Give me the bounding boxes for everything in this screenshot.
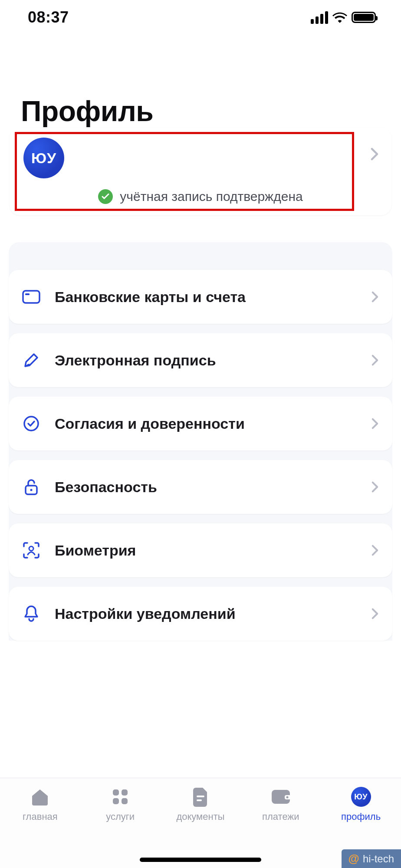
wifi-icon [332, 12, 347, 23]
list-item-security[interactable]: Безопасность [9, 460, 392, 514]
list-item-notifications[interactable]: Настройки уведомлений [9, 587, 392, 641]
chevron-right-icon [371, 355, 378, 366]
chevron-right-icon [371, 545, 378, 556]
card-icon [21, 286, 42, 307]
list-label: Электронная подпись [55, 352, 358, 369]
svg-rect-11 [197, 799, 202, 801]
svg-rect-6 [113, 789, 119, 796]
status-indicators [311, 11, 376, 24]
profile-card[interactable]: ЮУ учётная запись подтверждена [10, 128, 391, 215]
chevron-right-icon [371, 148, 378, 161]
avatar: ЮУ [23, 138, 64, 178]
document-icon [190, 786, 211, 808]
list-label: Настройки уведомлений [55, 605, 358, 622]
face-id-icon [21, 540, 42, 561]
list-item-esign[interactable]: Электронная подпись [9, 333, 392, 387]
svg-rect-0 [23, 291, 39, 303]
bell-icon [21, 603, 42, 624]
home-icon [29, 786, 51, 808]
watermark: @ hi-tech [342, 849, 401, 868]
nav-label: платежи [262, 811, 299, 822]
svg-rect-7 [122, 789, 128, 796]
svg-point-14 [286, 796, 288, 799]
list-item-consents[interactable]: Согласия и доверенности [9, 397, 392, 450]
watermark-at: @ [348, 852, 359, 865]
svg-rect-1 [25, 293, 30, 295]
svg-rect-9 [122, 798, 128, 804]
list-item-biometry[interactable]: Биометрия [9, 523, 392, 577]
page-title: Профиль [21, 95, 392, 128]
chevron-right-icon [371, 291, 378, 302]
check-badge-icon [98, 189, 113, 204]
settings-list: Банковские карты и счета Электронная под… [9, 270, 392, 641]
nav-documents[interactable]: документы [168, 786, 233, 822]
nav-payments[interactable]: платежи [248, 786, 313, 822]
nav-label: услуги [106, 811, 135, 822]
lock-icon [21, 477, 42, 497]
verified-label: учётная запись подтверждена [120, 189, 302, 204]
nav-home[interactable]: главная [7, 786, 72, 822]
bottom-nav: главная услуги документы платежи ЮУ проф… [0, 778, 401, 868]
list-item-cards[interactable]: Банковские карты и счета [9, 270, 392, 324]
svg-rect-8 [113, 798, 119, 804]
watermark-text: hi-tech [363, 853, 394, 865]
pen-icon [21, 350, 42, 371]
wallet-icon [270, 786, 292, 808]
list-label: Безопасность [55, 479, 358, 496]
battery-icon [352, 12, 376, 23]
avatar-icon: ЮУ [350, 786, 372, 808]
verified-status: учётная запись подтверждена [21, 189, 380, 204]
nav-profile[interactable]: ЮУ профиль [329, 786, 394, 822]
nav-services[interactable]: услуги [88, 786, 153, 822]
nav-label: профиль [341, 811, 381, 822]
list-label: Биометрия [55, 542, 358, 559]
check-circle-icon [21, 413, 42, 434]
svg-point-4 [30, 489, 33, 491]
chevron-right-icon [371, 608, 378, 619]
list-label: Согласия и доверенности [55, 415, 358, 432]
nav-label: документы [176, 811, 224, 822]
nav-label: главная [23, 811, 58, 822]
home-indicator [140, 858, 261, 862]
status-time: 08:37 [28, 8, 69, 26]
cellular-signal-icon [311, 11, 328, 24]
chevron-right-icon [371, 418, 378, 429]
svg-point-5 [29, 546, 33, 551]
list-label: Банковские карты и счета [55, 289, 358, 306]
grid-icon [109, 786, 131, 808]
svg-rect-10 [197, 796, 204, 797]
svg-point-2 [24, 417, 38, 431]
status-bar: 08:37 [0, 0, 401, 35]
chevron-right-icon [371, 481, 378, 493]
